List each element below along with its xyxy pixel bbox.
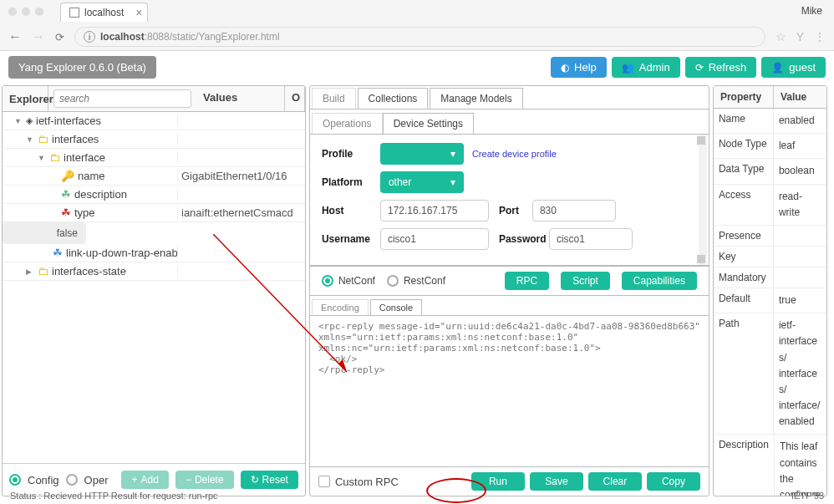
help-button[interactable]: ◐Help: [551, 57, 607, 78]
search-input[interactable]: [53, 89, 191, 108]
tree-row[interactable]: ▶🗀interfaces-state: [3, 262, 305, 281]
back-icon[interactable]: ←: [8, 29, 22, 44]
subtab-device-settings[interactable]: Device Settings: [383, 113, 474, 134]
close-icon[interactable]: ×: [135, 6, 142, 19]
property-row: Pathietf-interfaces/ interfaces/ interfa…: [714, 313, 826, 435]
console-output: <rpc-reply message-id="urn:uuid:de6c4a21…: [310, 315, 709, 466]
property-row: Node Typeleaf: [714, 134, 826, 159]
property-header: Property: [714, 86, 774, 108]
custom-rpc-checkbox[interactable]: [318, 476, 330, 487]
reset-icon: ↻: [251, 474, 259, 486]
property-row: Key: [714, 247, 826, 267]
property-row: Presence: [714, 226, 826, 247]
oper-radio[interactable]: [66, 474, 78, 486]
custom-rpc-label: Custom RPC: [335, 476, 399, 488]
tab-title: localhost: [84, 7, 124, 18]
delete-button[interactable]: −Delete: [175, 471, 234, 489]
explorer-header: Explorer: [3, 86, 48, 111]
config-label: Config: [28, 474, 59, 486]
netconf-label: NetConf: [338, 275, 375, 287]
value-header: Value: [774, 86, 826, 108]
status-text: Status : Recieved HTTP Result for reques…: [10, 491, 218, 501]
platform-select[interactable]: other▾: [380, 171, 464, 193]
user-icon: 👤: [771, 62, 784, 74]
property-row: Mandatory: [714, 267, 826, 288]
property-row: Defaulttrue: [714, 288, 826, 313]
rpc-button[interactable]: RPC: [505, 272, 549, 290]
browser-user-label: Mike: [801, 5, 822, 17]
tab-collections[interactable]: Collections: [358, 88, 429, 109]
tree-row[interactable]: 🔑nameGigabitEthernet1/0/16: [3, 167, 305, 186]
create-profile-link[interactable]: Create device profile: [472, 149, 557, 159]
plus-icon: +: [131, 474, 137, 486]
properties-list: NameenabledNode TypeleafData Typeboolean…: [714, 109, 826, 496]
username-label: Username: [322, 233, 380, 245]
app-title: Yang Explorer 0.6.0 (Beta): [8, 56, 156, 79]
port-label: Port: [499, 205, 532, 216]
status-right: IETF 93: [791, 491, 824, 501]
values-header: Values: [196, 86, 285, 111]
device-settings-form: Profile ▾ Create device profile Platform…: [310, 135, 709, 266]
host-input[interactable]: 172.16.167.175: [380, 200, 489, 221]
add-button[interactable]: +Add: [121, 471, 168, 489]
restconf-radio[interactable]: [387, 275, 399, 287]
browser-tab[interactable]: localhost ×: [60, 3, 148, 22]
model-tree[interactable]: ▼◈ietf-interfaces▼🗀interfaces▼🗀interface…: [3, 112, 305, 463]
tree-row[interactable]: ▼🗀interfaces: [3, 130, 305, 149]
restconf-label: RestConf: [404, 275, 445, 287]
property-row: Accessread-write: [714, 185, 826, 226]
reload-icon[interactable]: ⟳: [55, 31, 64, 43]
menu-icon[interactable]: ⋮: [814, 30, 826, 43]
refresh-button[interactable]: ⟳Refresh: [685, 57, 757, 78]
op-header: O: [285, 86, 305, 111]
property-row: Data Typeboolean: [714, 159, 826, 184]
refresh-icon: ⟳: [695, 62, 704, 74]
tab-manage-models[interactable]: Manage Models: [430, 88, 522, 109]
tab-build[interactable]: Build: [312, 88, 356, 109]
chevron-down-icon: ▾: [450, 176, 455, 188]
netconf-radio[interactable]: [322, 275, 333, 287]
platform-label: Platform: [322, 176, 380, 188]
status-bar: Status : Recieved HTTP Result for reques…: [0, 487, 834, 504]
browser-chrome: localhost × Mike ← → ⟳ i localhost:8088/…: [0, 0, 834, 51]
username-input[interactable]: cisco1: [380, 228, 489, 250]
host-label: Host: [322, 205, 380, 216]
profile-label: Profile: [322, 148, 380, 160]
tree-row[interactable]: ▼🗀interface: [3, 149, 305, 167]
site-info-icon[interactable]: i: [84, 31, 95, 43]
tree-row[interactable]: ☘link-up-down-trap-enable: [3, 244, 305, 262]
password-label: Password: [499, 233, 549, 245]
tree-row[interactable]: ☘description: [3, 186, 305, 204]
subtab-operations[interactable]: Operations: [312, 113, 383, 134]
tree-row[interactable]: ☘typeianaift:ethernetCsmacd: [3, 204, 305, 222]
tree-row[interactable]: ☘enabledfalse: [3, 222, 86, 244]
page-icon: [69, 8, 79, 18]
extension-icon[interactable]: Y: [796, 30, 804, 43]
script-button[interactable]: Script: [561, 272, 610, 290]
minus-icon: −: [186, 474, 191, 486]
center-panel: Build Collections Manage Models Operatio…: [309, 85, 709, 496]
forward-icon[interactable]: →: [32, 29, 45, 44]
tab-encoding[interactable]: Encoding: [312, 299, 369, 315]
password-input[interactable]: cisco1: [549, 228, 633, 250]
github-icon: ◐: [561, 62, 569, 74]
address-bar[interactable]: i localhost:8088/static/YangExplorer.htm…: [74, 27, 765, 47]
properties-panel: Property Value NameenabledNode TypeleafD…: [713, 85, 827, 496]
chevron-down-icon: ▾: [450, 148, 455, 160]
app-bar: Yang Explorer 0.6.0 (Beta) ◐Help 👥Admin …: [0, 51, 834, 84]
guest-button[interactable]: 👤guest: [761, 57, 826, 78]
explorer-panel: Explorer Values O ▼◈ietf-interfaces▼🗀int…: [2, 85, 306, 496]
traffic-lights: [8, 8, 43, 16]
bookmark-icon[interactable]: ☆: [776, 30, 786, 43]
oper-label: Oper: [84, 474, 109, 486]
port-input[interactable]: 830: [532, 200, 616, 221]
tree-row[interactable]: ▼◈ietf-interfaces: [3, 112, 305, 130]
config-radio[interactable]: [9, 474, 21, 486]
reset-button[interactable]: ↻Reset: [241, 471, 298, 489]
scrollbar[interactable]: [699, 135, 707, 265]
profile-select[interactable]: ▾: [380, 143, 464, 165]
admin-button[interactable]: 👥Admin: [612, 57, 680, 78]
tab-console[interactable]: Console: [370, 299, 422, 315]
capabilities-button[interactable]: Capabilities: [622, 272, 697, 290]
users-icon: 👥: [622, 62, 634, 74]
